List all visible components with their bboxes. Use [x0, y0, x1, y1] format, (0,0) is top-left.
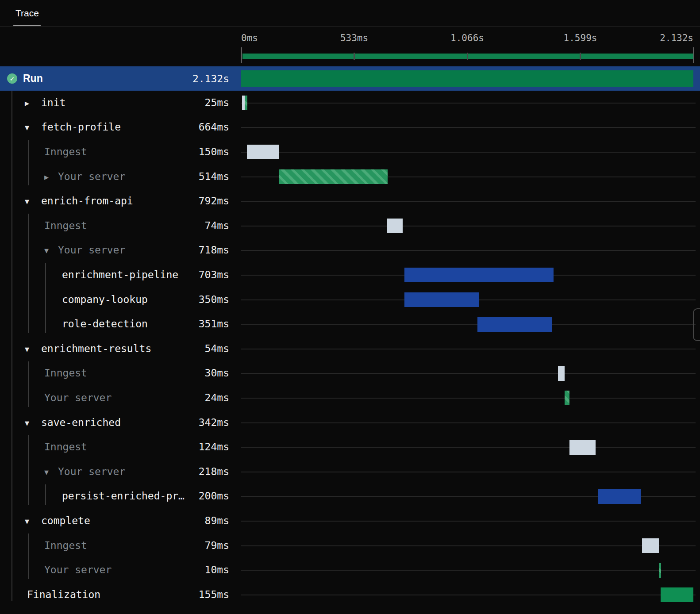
span-bar-light[interactable] — [558, 366, 564, 381]
row-guide-line — [241, 422, 696, 423]
ruler-tick-label: 1.066s — [450, 33, 484, 43]
span-duration: 25ms — [205, 97, 229, 108]
chevron-down-icon[interactable]: ▾ — [44, 246, 49, 255]
trace-row-role-detection[interactable]: role-detection351ms — [0, 312, 700, 337]
indent-guide-line — [12, 91, 12, 601]
span-bar-blue[interactable] — [598, 489, 641, 504]
chevron-down-icon[interactable]: ▾ — [25, 123, 29, 132]
tab-bar: Trace — [0, 0, 700, 27]
trace-row-inngest[interactable]: Inngest79ms — [0, 533, 700, 558]
trace-row-your-server[interactable]: Your server24ms — [0, 386, 700, 411]
row-guide-line — [241, 349, 696, 349]
trace-row-inngest[interactable]: Inngest30ms — [0, 361, 700, 386]
trace-row-fetch-profile[interactable]: ▾fetch-profile664ms — [0, 115, 700, 140]
chevron-right-icon[interactable]: ▸ — [25, 98, 29, 107]
row-guide-line — [241, 373, 696, 374]
row-guide-line — [241, 472, 696, 472]
trace-row-your-server[interactable]: ▾Your server218ms — [0, 460, 700, 484]
chevron-down-icon[interactable]: ▾ — [25, 197, 29, 206]
row-guide-line — [241, 595, 696, 595]
ruler-tick-mark — [354, 53, 355, 60]
trace-row-complete[interactable]: ▾complete89ms — [0, 509, 700, 533]
row-guide-line — [241, 570, 696, 571]
chevron-down-icon[interactable]: ▾ — [25, 517, 29, 526]
row-guide-line — [241, 127, 696, 128]
span-label: Your server — [58, 466, 125, 477]
span-duration: 350ms — [199, 294, 229, 305]
span-bar-light[interactable] — [247, 145, 279, 159]
span-label: Inngest — [44, 146, 87, 157]
trace-row-inngest[interactable]: Inngest124ms — [0, 435, 700, 460]
span-label: fetch-profile — [41, 121, 121, 133]
span-bar-blue[interactable] — [477, 317, 552, 332]
span-bar-light[interactable] — [387, 219, 403, 233]
trace-row-init[interactable]: ▸init25ms — [0, 91, 700, 115]
run-row[interactable]: ✓ Run 2.132s — [0, 66, 700, 91]
row-guide-line — [241, 324, 696, 325]
chevron-down-icon[interactable]: ▾ — [25, 418, 29, 427]
span-duration: 664ms — [199, 121, 229, 133]
ruler-tick-mark — [467, 53, 468, 60]
row-guide-line — [241, 152, 696, 153]
trace-row-inngest[interactable]: Inngest74ms — [0, 214, 700, 238]
span-label: enrich-from-api — [41, 195, 133, 207]
ruler-tick-label: 2.132s — [660, 33, 693, 43]
span-bar-hatch[interactable] — [659, 563, 661, 578]
indent-guide-line — [45, 263, 46, 333]
chevron-down-icon[interactable]: ▾ — [25, 344, 29, 353]
ruler-tick-mark — [241, 47, 242, 63]
span-duration: 200ms — [199, 490, 229, 502]
span-bar-green[interactable] — [661, 587, 693, 602]
span-label: complete — [41, 515, 90, 526]
span-label: Finalization — [27, 589, 100, 600]
row-guide-line — [241, 545, 696, 546]
row-guide-line — [241, 103, 696, 104]
span-bar-blue[interactable] — [404, 292, 479, 307]
tab-active-underline — [13, 25, 41, 26]
trace-row-enrich-from-api[interactable]: ▾enrich-from-api792ms — [0, 189, 700, 214]
span-bar-light[interactable] — [569, 440, 596, 455]
ruler-tick-label: 0ms — [241, 33, 258, 43]
span-label: Your server — [58, 244, 125, 256]
trace-row-persist-enriched-pr-[interactable]: persist-enriched-pr…200ms — [0, 484, 700, 509]
span-label: enrichment-results — [41, 343, 151, 354]
span-bar-hatch[interactable] — [245, 96, 247, 110]
trace-row-inngest[interactable]: Inngest150ms — [0, 140, 700, 165]
success-check-icon: ✓ — [7, 73, 17, 84]
span-label: Inngest — [44, 540, 87, 551]
ruler-tick-label: 1.599s — [564, 33, 597, 43]
trace-row-enrichment-pipeline[interactable]: enrichment-pipeline703ms — [0, 263, 700, 288]
chevron-right-icon[interactable]: ▸ — [44, 172, 49, 181]
span-duration: 89ms — [205, 515, 229, 526]
chevron-down-icon[interactable]: ▾ — [44, 467, 49, 476]
span-label: company-lookup — [62, 294, 148, 305]
indent-guide-line — [45, 484, 46, 506]
span-bar-hatch[interactable] — [565, 391, 570, 405]
span-bar-hatch[interactable] — [279, 169, 388, 184]
trace-row-your-server[interactable]: ▸Your server514ms — [0, 165, 700, 189]
span-duration: 718ms — [199, 244, 229, 256]
span-duration: 155ms — [199, 589, 229, 600]
trace-row-save-enriched[interactable]: ▾save-enriched342ms — [0, 411, 700, 435]
trace-row-your-server[interactable]: ▾Your server718ms — [0, 238, 700, 263]
scrollbar-thumb[interactable] — [693, 308, 700, 341]
span-label: Your server — [44, 392, 112, 403]
tab-trace[interactable]: Trace — [15, 0, 39, 26]
trace-row-company-lookup[interactable]: company-lookup350ms — [0, 288, 700, 312]
span-duration: 703ms — [199, 269, 229, 280]
indent-guide-line — [28, 361, 29, 407]
trace-row-your-server[interactable]: Your server10ms — [0, 558, 700, 583]
span-bar-light[interactable] — [642, 538, 659, 553]
span-label: Inngest — [44, 220, 87, 231]
span-label: role-detection — [62, 318, 148, 330]
minimap-progress-bar[interactable] — [242, 54, 693, 59]
span-duration: 342ms — [199, 417, 229, 428]
span-duration: 514ms — [199, 171, 229, 182]
trace-row-enrichment-results[interactable]: ▾enrichment-results54ms — [0, 337, 700, 361]
timeline-ruler[interactable]: 0ms533ms1.066s1.599s2.132s — [0, 27, 700, 66]
span-bar-blue[interactable] — [404, 268, 554, 282]
span-duration: 10ms — [205, 564, 229, 576]
trace-row-finalization[interactable]: Finalization155ms — [0, 583, 700, 607]
run-span-bar[interactable] — [241, 70, 693, 87]
ruler-tick-mark — [580, 53, 581, 60]
